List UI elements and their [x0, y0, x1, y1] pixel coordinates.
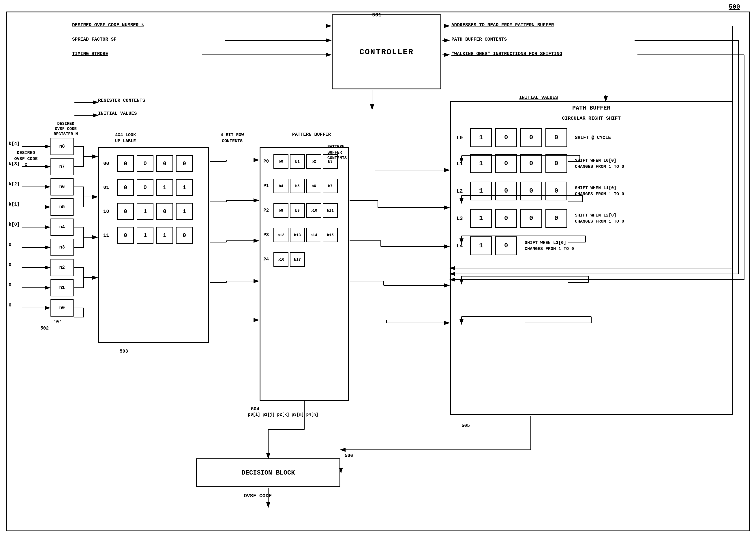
- label-spread-factor: SPREAD FACTOR SF: [72, 37, 116, 42]
- zero2-label: 0: [9, 262, 12, 268]
- l2-cell-0: 1: [470, 182, 492, 201]
- cell-11-3: 0: [176, 227, 193, 244]
- zero1-label: 0: [9, 242, 12, 247]
- ref-502: 502: [40, 326, 49, 331]
- pattern-row-p3: P3 b12 b13 b14 b15: [260, 218, 348, 242]
- pattern-row-p4: P4 b16 b17: [260, 242, 348, 267]
- p0-label: P0: [263, 159, 272, 164]
- p3-b15: b15: [323, 228, 338, 242]
- l1-cell-3: 0: [545, 154, 567, 173]
- l4-label: L4: [457, 243, 467, 249]
- label-addresses: ADDRESSES TO READ FROM PATTERN BUFFER: [451, 23, 554, 28]
- l3-cell-0: 1: [470, 209, 492, 228]
- p1-b6: b6: [306, 179, 321, 193]
- cell-11-2: 1: [156, 227, 173, 244]
- lookup-table-box: 00 0 0 0 0 01 0 0 1 1 10 0 1 0 1 11 0 1 …: [98, 147, 209, 343]
- cell-01-3: 1: [176, 179, 193, 196]
- n0-box: n0: [51, 299, 74, 317]
- p0-b2: b2: [306, 154, 321, 169]
- label-register-contents: REGISTER CONTENTS: [98, 98, 145, 103]
- pattern-row-p2: P2 b8 b9 b10 b11: [260, 193, 348, 218]
- p0-b1: b1: [290, 154, 305, 169]
- n2-box: n2: [51, 259, 74, 276]
- cell-10-2: 0: [156, 203, 173, 220]
- figure-number: 500: [729, 3, 740, 11]
- l4-comment: SHIFT WHEN L3[0] CHANGES FROM 1 TO 0: [525, 240, 574, 252]
- controller-box: CONTROLLER: [332, 14, 441, 89]
- p4-b17: b17: [290, 252, 305, 267]
- ref-506: 506: [345, 453, 353, 459]
- label-path-buffer-contents: PATH BUFFER CONTENTS: [451, 37, 507, 42]
- p3-label: P3: [263, 232, 272, 237]
- p1-b5: b5: [290, 179, 305, 193]
- n8-box: n8: [51, 138, 74, 155]
- pattern-row-p1: P1 b4 b5 b6 b7: [260, 169, 348, 193]
- l0-comment: SHIFT @ CYCLE: [575, 135, 611, 140]
- ref-503: 503: [120, 349, 128, 354]
- cell-01-1: 0: [137, 179, 153, 196]
- lookup-row-10-label: 10: [103, 209, 114, 214]
- l3-cell-1: 0: [495, 209, 517, 228]
- path-buffer-title: PATH BUFFER: [451, 105, 732, 111]
- l0-cell-2: 0: [520, 128, 542, 147]
- lookup-row-00-label: 00: [103, 161, 114, 166]
- l1-label: L1: [457, 161, 467, 167]
- l2-cell-2: 0: [520, 182, 542, 201]
- l3-label: L3: [457, 216, 467, 221]
- l0-cell-1: 0: [495, 128, 517, 147]
- n1-box: n1: [51, 279, 74, 296]
- shift-reg-l2: L2 1 0 0 0 SHIFT WHEN L1[0] CHANGES FROM…: [451, 177, 732, 205]
- p2-b11: b11: [323, 203, 338, 218]
- l4-cell-1: 0: [495, 236, 517, 255]
- cell-00-1: 0: [137, 155, 153, 172]
- ref-504: 504: [251, 407, 259, 412]
- p3-b14: b14: [306, 228, 321, 242]
- l1-cell-0: 1: [470, 154, 492, 173]
- p4-label: P4: [263, 257, 272, 262]
- p2-b10: b10: [306, 203, 321, 218]
- l0-cell-3: 0: [545, 128, 567, 147]
- label-desired-ovsf-k: DESIRED OVSF CODE NUMBER k: [72, 23, 144, 28]
- l3-cell-3: 0: [545, 209, 567, 228]
- p1-b7: b7: [323, 179, 338, 193]
- pattern-buffer-contents-mid: PATTERN BUFFER CONTENTS: [327, 144, 347, 161]
- shift-reg-l3: L3 1 0 0 0 SHIFT WHEN L2[0] CHANGES FROM…: [451, 205, 732, 232]
- lookup-row-01: 01 0 0 1 1: [99, 172, 208, 196]
- k1-label: k[1]: [9, 202, 20, 207]
- label-walking-ones: "WALKING ONES" INSTRUCTIONS FOR SHIFTING: [451, 51, 562, 57]
- l0-cell-0: 1: [470, 128, 492, 147]
- l4-cell-0: 1: [470, 236, 492, 255]
- k3-label: k[3]: [9, 162, 20, 167]
- cell-10-1: 1: [137, 203, 153, 220]
- l1-cell-1: 0: [495, 154, 517, 173]
- cell-10-3: 1: [176, 203, 193, 220]
- k2-label: k[2]: [9, 182, 20, 187]
- n7-box: n7: [51, 158, 74, 175]
- p1-b4: b4: [273, 179, 288, 193]
- n5-box: n5: [51, 199, 74, 216]
- cell-01-0: 0: [117, 179, 134, 196]
- cell-00-2: 0: [156, 155, 173, 172]
- lookup-row-11-label: 11: [103, 233, 114, 238]
- l2-cell-1: 0: [495, 182, 517, 201]
- ref-505: 505: [462, 423, 470, 428]
- lookup-title: 4X4 LOOK UP LABLE: [107, 132, 144, 144]
- p2-label: P2: [263, 208, 272, 213]
- l1-cell-2: 0: [520, 154, 542, 173]
- l0-label: L0: [457, 135, 467, 141]
- path-buffer-box: PATH BUFFER CIRCULAR RIGHT SHIFT L0 1 0 …: [450, 101, 733, 415]
- cell-00-3: 0: [176, 155, 193, 172]
- p2-b9: b9: [290, 203, 305, 218]
- n4-box: n4: [51, 218, 74, 236]
- zero4-label: 0: [9, 303, 12, 308]
- label-initial-values-right: INITIAL VALUES: [519, 95, 558, 100]
- l3-cell-2: 0: [520, 209, 542, 228]
- p4-b16: b16: [273, 252, 288, 267]
- p1-label: P1: [263, 183, 272, 189]
- lookup-row-10: 10 0 1 0 1: [99, 196, 208, 220]
- cell-10-0: 0: [117, 203, 134, 220]
- p3-b13: b13: [290, 228, 305, 242]
- label-timing-strobe: TIMING STROBE: [72, 51, 108, 57]
- n6-box: n6: [51, 178, 74, 196]
- decision-box: DECISION BLOCK: [196, 459, 340, 487]
